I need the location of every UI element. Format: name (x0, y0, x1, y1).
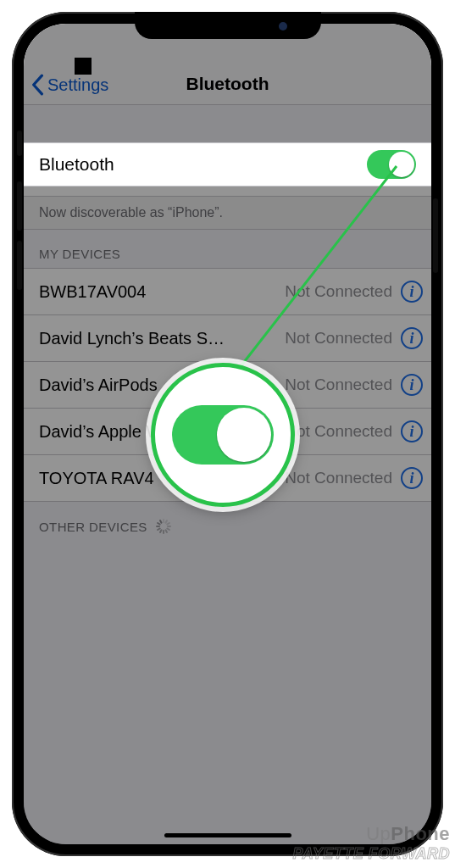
device-name: David’s AirPods (39, 376, 158, 395)
notch (135, 12, 321, 39)
other-devices-label: OTHER DEVICES (39, 520, 147, 534)
device-name: BWB17AV004 (39, 282, 146, 302)
discoverable-text: Now discoverable as “iPhone”. (24, 197, 431, 230)
spinner-icon (156, 519, 171, 534)
device-name: David Lynch’s Beats S… (39, 329, 225, 348)
phone-screen: Settings Bluetooth Bluetooth Now discove… (24, 24, 431, 844)
info-icon[interactable]: i (401, 467, 423, 489)
device-status: Not Connected (285, 422, 392, 441)
info-icon[interactable]: i (401, 327, 423, 349)
device-status: Not Connected (285, 376, 392, 394)
home-indicator[interactable] (164, 833, 291, 837)
other-devices-header: OTHER DEVICES (24, 502, 431, 541)
info-icon[interactable]: i (401, 281, 423, 303)
phone-frame: Settings Bluetooth Bluetooth Now discove… (12, 12, 443, 856)
power-button[interactable] (433, 198, 438, 273)
device-row[interactable]: David Lynch’s Beats S…Not Connectedi (24, 315, 431, 362)
my-devices-header: MY DEVICES (24, 230, 431, 268)
device-row[interactable]: BWB17AV004Not Connectedi (24, 268, 431, 315)
info-icon[interactable]: i (401, 374, 423, 396)
status-indicator-icon (75, 58, 92, 75)
page-title: Bluetooth (24, 74, 431, 94)
volume-down-button[interactable] (17, 241, 22, 290)
device-name: TOYOTA RAV4 (39, 469, 154, 488)
bluetooth-label: Bluetooth (39, 154, 114, 175)
device-status: Not Connected (285, 282, 392, 301)
bluetooth-toggle-row-highlight[interactable]: Bluetooth (24, 142, 431, 186)
device-status: Not Connected (285, 329, 392, 348)
mute-switch[interactable] (17, 131, 22, 156)
device-status: Not Connected (285, 469, 392, 487)
info-icon[interactable]: i (401, 420, 423, 442)
callout-magnified-toggle (151, 363, 295, 507)
bluetooth-toggle[interactable] (367, 150, 416, 179)
toggle-on-icon (172, 405, 274, 465)
volume-up-button[interactable] (17, 181, 22, 231)
